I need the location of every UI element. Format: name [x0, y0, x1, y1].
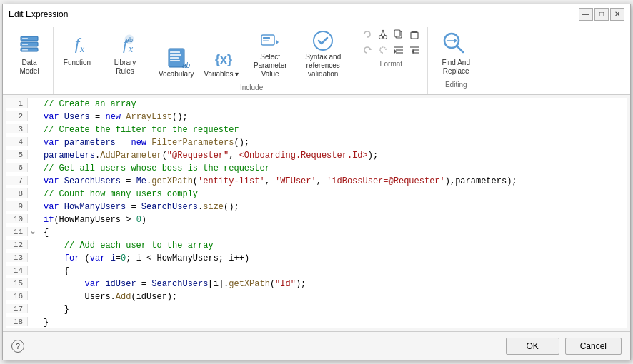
- maximize-button[interactable]: □: [594, 8, 609, 21]
- svg-point-23: [314, 31, 332, 50]
- code-line: 14 {: [6, 266, 627, 278]
- variables-label: Variables ▾: [204, 70, 239, 79]
- line-number: 10: [6, 214, 28, 223]
- footer-buttons: OK Cancel: [506, 338, 622, 355]
- code-line: 13 for (var i=0; i < HowManyUsers; i++): [6, 253, 627, 266]
- line-content: }: [38, 304, 627, 315]
- variables-button[interactable]: {x} Variables ▾: [200, 44, 242, 81]
- vocabulary-button[interactable]: ab Vocabulary: [155, 44, 197, 81]
- line-content: parameters.AddParameter("@Requester", <O…: [38, 150, 627, 161]
- line-number: 4: [6, 137, 28, 146]
- select-parameter-icon: [259, 29, 281, 52]
- code-line: 10if(HowManyUsers > 0): [6, 214, 627, 227]
- variables-icon: {x}: [210, 46, 233, 69]
- svg-rect-13: [170, 51, 180, 53]
- fold-marker: [28, 124, 38, 126]
- svg-rect-30: [394, 30, 400, 36]
- footer-left: ?: [11, 340, 24, 353]
- ok-button[interactable]: OK: [506, 338, 559, 355]
- line-number: 9: [6, 201, 28, 211]
- line-content: Users.Add(idUser);: [38, 291, 627, 302]
- ribbon-group-library-rules: f x ab LibraryRules: [101, 27, 149, 94]
- code-line: 3// Create the filter for the requester: [6, 124, 627, 137]
- data-model-button[interactable]: DataModel: [11, 27, 47, 78]
- dialog-title: Edit Expression: [9, 9, 68, 19]
- fold-marker[interactable]: ⊖: [28, 227, 38, 236]
- vocabulary-label: Vocabulary: [159, 70, 194, 79]
- ribbon-format-content: [360, 27, 422, 59]
- format-copy-button[interactable]: [392, 27, 406, 41]
- fold-marker: [28, 317, 38, 318]
- svg-rect-15: [170, 57, 179, 59]
- format-outdent-button[interactable]: [407, 43, 422, 57]
- code-lines: 1// Create an array2var Users = new Arra…: [6, 98, 627, 328]
- line-number: 5: [6, 150, 28, 159]
- minimize-button[interactable]: —: [579, 8, 593, 21]
- ribbon-group-content: f x ab LibraryRules: [107, 27, 143, 79]
- vocabulary-icon: ab: [165, 46, 188, 69]
- data-model-label: DataModel: [19, 59, 39, 76]
- svg-rect-5: [22, 49, 28, 51]
- format-paste-button[interactable]: [407, 27, 422, 41]
- find-replace-button[interactable]: Find AndReplace: [434, 27, 478, 78]
- fold-marker: [28, 240, 38, 241]
- close-button[interactable]: ✕: [610, 8, 624, 21]
- format-cut-button[interactable]: [376, 27, 390, 41]
- code-line: 2var Users = new ArrayList();: [6, 111, 627, 124]
- library-rules-icon: f x ab: [111, 29, 139, 58]
- syntax-validation-icon: [311, 29, 334, 52]
- fold-marker: [28, 253, 38, 254]
- format-redo-button[interactable]: [360, 43, 374, 57]
- line-content: }: [38, 317, 627, 328]
- line-number: 11: [6, 227, 28, 236]
- title-bar: Edit Expression — □ ✕: [3, 4, 630, 24]
- library-rules-button[interactable]: f x ab LibraryRules: [107, 27, 143, 78]
- code-line: 12 // Add each user to the array: [6, 240, 627, 253]
- svg-marker-22: [276, 39, 279, 45]
- code-line: 5parameters.AddParameter("@Requester", <…: [6, 150, 627, 163]
- format-redo2-button[interactable]: [376, 43, 390, 57]
- line-number: 15: [6, 278, 28, 288]
- line-content: var idUser = SearchUsers[i].getXPath("Id…: [38, 278, 627, 289]
- svg-text:x: x: [79, 44, 85, 54]
- line-number: 2: [6, 111, 28, 121]
- code-editor[interactable]: 1// Create an array2var Users = new Arra…: [6, 98, 627, 328]
- code-line: 1// Create an array: [6, 98, 627, 111]
- svg-rect-21: [263, 40, 269, 41]
- window-controls: — □ ✕: [579, 8, 624, 21]
- ribbon-editing-content: Find AndReplace: [434, 27, 478, 79]
- svg-rect-4: [22, 44, 28, 45]
- ribbon-group-data-model: DataModel: [6, 27, 54, 94]
- code-line: 6// Get all users whose boss is the requ…: [6, 163, 627, 176]
- help-button[interactable]: ?: [11, 340, 24, 353]
- footer: ? OK Cancel: [3, 331, 630, 360]
- line-number: 14: [6, 266, 28, 275]
- fold-marker: [28, 150, 38, 151]
- fold-marker: [28, 111, 38, 113]
- svg-rect-16: [170, 60, 180, 61]
- fold-marker: [28, 137, 38, 138]
- code-line: 17 }: [6, 304, 627, 317]
- svg-rect-31: [411, 32, 418, 39]
- ribbon-group-format: Format: [354, 27, 428, 94]
- line-content: var SearchUsers = Me.getXPath('entity-li…: [38, 176, 627, 186]
- syntax-validation-button[interactable]: Syntax and referencesvalidation: [298, 27, 348, 81]
- line-content: // Get all users whose boss is the reque…: [38, 163, 627, 173]
- line-number: 18: [6, 317, 28, 326]
- svg-text:ab: ab: [182, 61, 191, 69]
- format-indent-button[interactable]: [392, 43, 406, 57]
- function-button[interactable]: f x Function: [59, 27, 95, 69]
- line-content: {: [38, 227, 627, 238]
- ribbon-group-content: f x Function: [59, 27, 95, 71]
- ribbon-include-content: ab Vocabulary {x} Variables ▾: [155, 27, 348, 82]
- fold-marker: [28, 291, 38, 293]
- select-parameter-button[interactable]: Select ParameterValue: [245, 27, 295, 81]
- format-undo-button[interactable]: [360, 27, 374, 41]
- line-content: for (var i=0; i < HowManyUsers; i++): [38, 253, 627, 263]
- function-icon: f x: [63, 29, 91, 58]
- svg-line-27: [381, 30, 383, 36]
- fold-marker: [28, 278, 38, 280]
- function-label: Function: [64, 59, 91, 67]
- line-content: // Create an array: [38, 98, 627, 109]
- cancel-button[interactable]: Cancel: [565, 338, 622, 355]
